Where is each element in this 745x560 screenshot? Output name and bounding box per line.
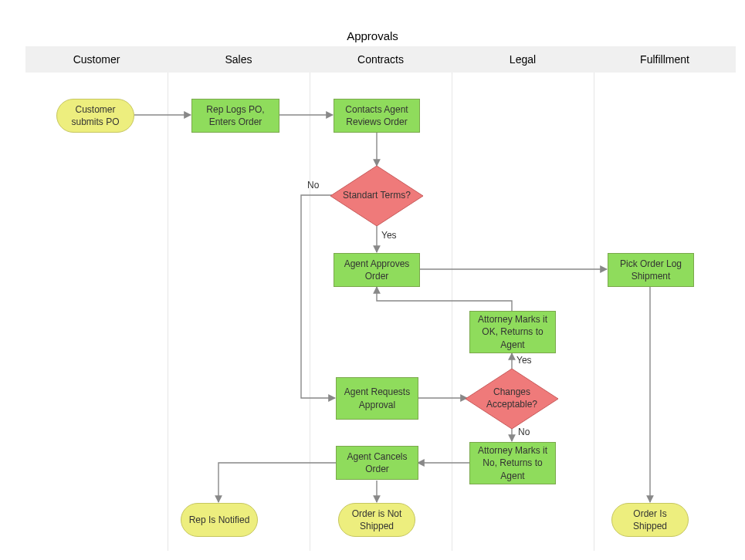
decision-label: Standart Terms? bbox=[330, 166, 423, 226]
decision-changes-acceptable: Changes Acceptable? bbox=[466, 369, 558, 429]
lane-header-customer: Customer bbox=[25, 46, 168, 73]
diagram-title: Approvals bbox=[0, 29, 745, 42]
terminator-customer-submits-po: Customer submits PO bbox=[56, 99, 134, 133]
process-rep-logs-po: Rep Logs PO, Enters Order bbox=[191, 99, 279, 133]
process-pick-order-log-shipment: Pick Order Log Shipment bbox=[608, 253, 694, 287]
process-contacts-agent-reviews: Contacts Agent Reviews Order bbox=[334, 99, 420, 133]
edge-label-no: No bbox=[307, 180, 319, 191]
terminator-rep-notified: Rep Is Notified bbox=[181, 503, 258, 537]
lane-header-sales: Sales bbox=[168, 46, 310, 73]
diagram-canvas: Approvals Customer Sales Contracts Legal… bbox=[0, 0, 745, 560]
decision-standard-terms: Standart Terms? bbox=[330, 166, 423, 226]
process-attorney-marks-ok: Attorney Marks it OK, Returns to Agent bbox=[469, 311, 556, 353]
lane-divider bbox=[452, 73, 452, 551]
lane-header-contracts: Contracts bbox=[310, 46, 452, 73]
decision-label: Changes Acceptable? bbox=[466, 369, 558, 429]
edge-label-yes: Yes bbox=[516, 355, 532, 366]
lane-divider bbox=[594, 73, 594, 551]
process-agent-approves-order: Agent Approves Order bbox=[334, 253, 420, 287]
process-attorney-marks-no: Attorney Marks it No, Returns to Agent bbox=[469, 442, 556, 484]
terminator-order-shipped: Order Is Shipped bbox=[611, 503, 689, 537]
process-agent-cancels-order: Agent Cancels Order bbox=[336, 446, 418, 480]
edge-label-yes: Yes bbox=[381, 230, 397, 241]
edge-label-no: No bbox=[518, 427, 530, 437]
process-agent-requests-approval: Agent Requests Approval bbox=[336, 377, 418, 420]
lane-header-fulfillment: Fulfillment bbox=[594, 46, 736, 73]
terminator-order-not-shipped: Order is Not Shipped bbox=[338, 503, 415, 537]
lane-divider bbox=[310, 73, 310, 551]
lane-divider bbox=[168, 73, 168, 551]
lane-header-legal: Legal bbox=[452, 46, 594, 73]
